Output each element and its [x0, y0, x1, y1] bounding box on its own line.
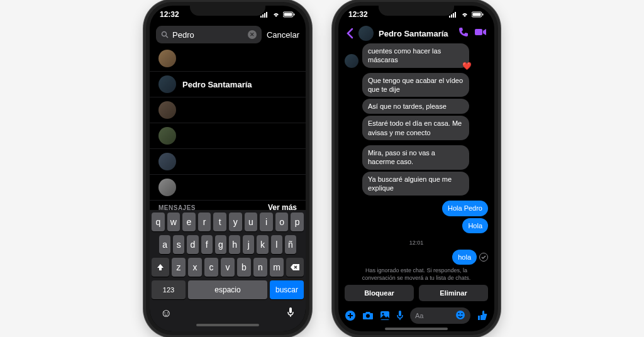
- svg-rect-9: [289, 307, 292, 313]
- chat-avatar[interactable]: [358, 26, 374, 41]
- key-r[interactable]: r: [198, 213, 211, 231]
- svg-point-27: [462, 313, 463, 314]
- key-f[interactable]: f: [201, 235, 213, 254]
- contact-row[interactable]: [150, 46, 306, 72]
- home-indicator[interactable]: [385, 328, 448, 330]
- section-header: MENSAJES Ver más: [150, 201, 306, 210]
- message-in[interactable]: cuentes como hacer las máscaras❤️: [362, 43, 469, 68]
- status-time: 12:32: [160, 10, 179, 19]
- key-e[interactable]: e: [182, 213, 196, 231]
- camera-button[interactable]: [362, 311, 374, 321]
- svg-point-20: [366, 314, 370, 318]
- key-y[interactable]: y: [229, 213, 242, 231]
- key-enye[interactable]: ñ: [285, 235, 296, 254]
- key-k[interactable]: k: [257, 235, 268, 254]
- keyboard-row-1: q w e r t y u i o p: [152, 213, 304, 231]
- svg-rect-18: [475, 29, 482, 35]
- key-i[interactable]: i: [260, 213, 273, 231]
- ignore-notice: Has ignorado este chat. Si respondes, la…: [345, 267, 488, 282]
- avatar: [158, 101, 176, 119]
- key-v[interactable]: v: [221, 258, 235, 277]
- back-button[interactable]: [346, 28, 353, 39]
- avatar: [158, 75, 176, 93]
- search-input[interactable]: Pedro ✕: [156, 26, 262, 43]
- contact-row[interactable]: Pedro Santamaría: [150, 72, 306, 97]
- wifi-icon: [460, 11, 469, 18]
- key-g[interactable]: g: [215, 235, 226, 254]
- svg-rect-11: [449, 16, 450, 18]
- key-n[interactable]: n: [253, 258, 267, 277]
- message-in[interactable]: Que tengo que acabar el vídeo que te dij…: [362, 73, 469, 97]
- contact-row[interactable]: [150, 149, 306, 175]
- svg-rect-16: [473, 13, 481, 16]
- key-l[interactable]: l: [271, 235, 282, 254]
- message-in[interactable]: Ya buscaré alguien que me explique: [362, 172, 469, 196]
- key-c[interactable]: c: [204, 258, 218, 277]
- key-p[interactable]: p: [291, 213, 304, 231]
- contact-row[interactable]: [150, 97, 306, 123]
- cancel-button[interactable]: Cancelar: [267, 30, 299, 40]
- svg-rect-23: [399, 311, 401, 316]
- search-query: Pedro: [172, 30, 244, 40]
- svg-rect-1: [262, 14, 264, 18]
- key-o[interactable]: o: [275, 213, 289, 231]
- message-out[interactable]: Hola Pedro: [442, 201, 488, 216]
- more-actions-button[interactable]: [345, 310, 356, 321]
- message-in[interactable]: Así que no tardes, please: [362, 99, 469, 114]
- key-h[interactable]: h: [229, 235, 240, 254]
- keyboard[interactable]: q w e r t y u i o p a s d f g h j k l: [150, 210, 306, 331]
- svg-rect-3: [266, 12, 267, 18]
- contact-row[interactable]: [150, 175, 306, 201]
- key-x[interactable]: x: [188, 258, 202, 277]
- chat-header: Pedro Santamaría: [338, 23, 494, 43]
- audio-call-button[interactable]: [458, 26, 469, 40]
- key-s[interactable]: s: [173, 235, 184, 254]
- battery-icon: [472, 11, 484, 18]
- key-a[interactable]: a: [159, 235, 170, 254]
- dictation-key[interactable]: [286, 307, 295, 321]
- search-key[interactable]: buscar: [270, 280, 304, 299]
- space-key[interactable]: espacio: [188, 280, 267, 299]
- like-button[interactable]: [477, 310, 488, 321]
- section-label: MENSAJES: [158, 204, 196, 211]
- key-m[interactable]: m: [270, 258, 284, 277]
- contact-row[interactable]: [150, 123, 306, 149]
- keyboard-row-3: z x c v b n m: [152, 258, 304, 277]
- video-call-button[interactable]: [474, 28, 487, 39]
- contact-list[interactable]: Pedro Santamaría MENSAJES Ver más Pedro …: [150, 46, 306, 210]
- message-in[interactable]: Estaré todo el día en casa. Me avisas y …: [362, 116, 469, 140]
- key-b[interactable]: b: [237, 258, 251, 277]
- emoji-key[interactable]: ☺: [160, 307, 172, 321]
- see-more-link[interactable]: Ver más: [268, 203, 297, 210]
- key-q[interactable]: q: [152, 213, 165, 231]
- delete-button[interactable]: Eliminar: [419, 285, 488, 301]
- read-receipt-icon: [479, 253, 488, 262]
- shift-key[interactable]: [152, 258, 169, 277]
- time-separator: 12:01: [345, 240, 488, 246]
- svg-line-8: [166, 36, 168, 38]
- key-z[interactable]: z: [172, 258, 186, 277]
- message-placeholder: Aa: [415, 312, 423, 319]
- block-button[interactable]: Bloquear: [345, 285, 414, 301]
- gallery-button[interactable]: [380, 311, 390, 321]
- key-j[interactable]: j: [243, 235, 254, 254]
- avatar: [158, 50, 176, 67]
- key-w[interactable]: w: [167, 213, 180, 231]
- numbers-key[interactable]: 123: [152, 280, 186, 299]
- emoji-picker-icon[interactable]: [455, 310, 465, 321]
- avatar: [158, 127, 176, 145]
- key-t[interactable]: t: [213, 213, 226, 231]
- message-out[interactable]: Hola: [462, 218, 488, 233]
- key-d[interactable]: d: [187, 235, 198, 254]
- chat-title[interactable]: Pedro Santamaría: [379, 29, 453, 38]
- message-input[interactable]: Aa: [410, 307, 470, 324]
- message-out[interactable]: hola: [452, 250, 477, 265]
- home-indicator[interactable]: [196, 324, 259, 326]
- chat-body[interactable]: cuentes como hacer las máscaras❤️ Que te…: [338, 43, 494, 285]
- voice-clip-button[interactable]: [396, 310, 404, 321]
- clear-search-button[interactable]: ✕: [248, 30, 257, 39]
- heart-reaction-icon[interactable]: ❤️: [462, 62, 472, 72]
- message-in[interactable]: Mira, paso si no vas a hacerme caso.: [362, 145, 469, 170]
- key-u[interactable]: u: [245, 213, 258, 231]
- backspace-key[interactable]: [286, 258, 304, 277]
